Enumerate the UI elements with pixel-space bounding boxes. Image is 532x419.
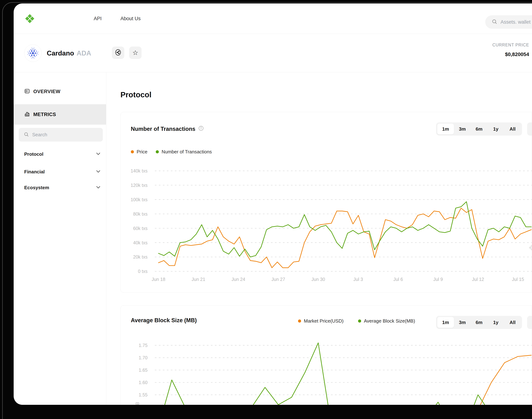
svg-text:100k txs: 100k txs — [131, 197, 148, 202]
page-title: Protocol — [120, 91, 151, 99]
y-axis-title: Block Size(MB) — [135, 402, 140, 405]
svg-text:120k txs: 120k txs — [131, 183, 148, 188]
sidebar-item-overview[interactable]: OVERVIEW — [24, 86, 60, 97]
coin-header: CardanoADA ☆ CURRENT PRI — [14, 34, 532, 72]
range-1m-button[interactable]: 1m — [437, 124, 454, 134]
sidebar: OVERVIEW METRICS — [14, 72, 106, 405]
legend-label: Number of Transactions — [162, 149, 212, 155]
range-6m-button[interactable]: 6m — [471, 124, 487, 134]
coin-name: Cardano — [47, 50, 74, 57]
chart-legend: Price Number of Transactions — [131, 149, 212, 155]
legend-label: Price — [137, 149, 147, 155]
svg-text:Jul 6: Jul 6 — [393, 277, 403, 282]
sidebar-search-input[interactable]: Search — [19, 128, 103, 142]
svg-text:Jul 9: Jul 9 — [433, 277, 443, 282]
svg-text:1.75: 1.75 — [139, 343, 148, 348]
time-range-selector: 1m 3m 6m 1y All — [436, 122, 522, 136]
svg-text:1.60: 1.60 — [139, 380, 148, 385]
legend-dot-green — [358, 319, 361, 323]
sidebar-group-ecosystem[interactable]: Ecosystem — [24, 182, 101, 193]
transactions-chart-card: Number of Transactions 1m 3m 6m — [120, 112, 532, 293]
sidebar-metrics-label: METRICS — [33, 112, 56, 117]
coin-ticker: ADA — [77, 50, 91, 57]
nav-link-api[interactable]: API — [94, 3, 102, 34]
legend-item-transactions[interactable]: Number of Transactions — [156, 149, 212, 155]
main-content: Protocol Number of Transactions — [106, 72, 532, 405]
sidebar-group-label: Financial — [24, 169, 45, 175]
range-extra-button[interactable] — [527, 122, 532, 136]
legend-item-price[interactable]: Price — [131, 149, 147, 155]
sidebar-group-protocol[interactable]: Protocol — [24, 149, 101, 159]
svg-text:1.55: 1.55 — [139, 392, 148, 397]
metrics-icon — [24, 111, 30, 118]
svg-text:0 txs: 0 txs — [138, 269, 148, 274]
svg-text:Jun 21: Jun 21 — [192, 277, 205, 282]
svg-text:Jul 15: Jul 15 — [512, 277, 524, 282]
star-icon: ☆ — [132, 49, 138, 57]
chevron-down-icon — [96, 152, 101, 156]
svg-text:60k txs: 60k txs — [133, 226, 148, 231]
sidebar-overview-label: OVERVIEW — [33, 89, 60, 94]
time-range-selector: 1m 3m 6m 1y All — [436, 316, 522, 329]
block-size-chart-card: Average Block Size (MB) Market Price(USD… — [120, 305, 532, 405]
chart-watermark-icon: ❖ — [528, 243, 532, 252]
share-button[interactable] — [112, 47, 124, 59]
svg-text:Jun 30: Jun 30 — [311, 277, 325, 282]
favorite-button[interactable]: ☆ — [129, 47, 142, 59]
svg-text:Jul 12: Jul 12 — [472, 277, 484, 282]
transactions-line-chart[interactable]: 140k txs120k txs100k txs80k txs60k txs40… — [121, 163, 532, 288]
range-6m-button[interactable]: 6m — [471, 317, 487, 328]
sidebar-group-label: Ecosystem — [24, 185, 49, 190]
sidebar-group-label: Protocol — [24, 151, 43, 157]
sidebar-group-financial[interactable]: Financial — [24, 166, 101, 177]
share-icon — [115, 49, 122, 57]
range-3m-button[interactable]: 3m — [454, 317, 471, 328]
range-1m-button[interactable]: 1m — [437, 317, 454, 328]
coin-title: CardanoADA — [47, 50, 91, 57]
block-size-line-chart[interactable]: 1.751.701.651.601.551.50Block Size(MB) — [121, 327, 532, 405]
search-icon — [24, 132, 29, 138]
current-price-value: $0,820054 — [492, 52, 529, 57]
chart-title: Number of Transactions — [131, 126, 195, 132]
range-1y-button[interactable]: 1y — [487, 317, 504, 328]
info-icon[interactable] — [198, 126, 204, 132]
current-price-block: CURRENT PRICE $0,820054 — [492, 43, 529, 57]
chevron-down-icon — [96, 186, 101, 189]
sidebar-search-placeholder: Search — [32, 132, 47, 138]
range-all-button[interactable]: All — [504, 124, 521, 134]
svg-text:Jul 3: Jul 3 — [353, 277, 363, 282]
legend-label: Average Block Size(MB) — [364, 318, 415, 324]
range-3m-button[interactable]: 3m — [454, 124, 471, 134]
range-all-button[interactable]: All — [504, 317, 521, 328]
chevron-down-icon — [96, 170, 101, 174]
app-window: ❖ API About Us Assets. wallet — [14, 3, 532, 405]
legend-dot-orange — [131, 150, 134, 153]
global-search-input[interactable]: Assets. wallet — [485, 15, 532, 29]
svg-text:80k txs: 80k txs — [133, 211, 148, 217]
legend-dot-green — [156, 150, 159, 153]
sidebar-item-metrics[interactable]: METRICS — [14, 104, 106, 125]
desktop-background: ❖ API About Us Assets. wallet — [0, 0, 532, 419]
svg-text:20k txs: 20k txs — [133, 254, 148, 260]
svg-text:1.70: 1.70 — [139, 355, 148, 360]
range-1y-button[interactable]: 1y — [487, 124, 504, 134]
global-search-placeholder: Assets. wallet — [501, 19, 531, 25]
legend-item-market-price[interactable]: Market Price(USD) — [298, 318, 344, 324]
svg-text:Jun 24: Jun 24 — [232, 277, 245, 282]
legend-label: Market Price(USD) — [304, 318, 344, 324]
legend-item-block-size[interactable]: Average Block Size(MB) — [358, 318, 415, 324]
legend-dot-orange — [298, 319, 301, 323]
cardano-logo-avatar — [24, 44, 42, 62]
range-extra-button[interactable]: 2 — [527, 316, 532, 329]
svg-text:40k txs: 40k txs — [133, 240, 148, 245]
current-price-label: CURRENT PRICE — [492, 43, 529, 48]
svg-text:Jun 18: Jun 18 — [152, 277, 165, 282]
site-logo-icon[interactable]: ❖ — [24, 13, 35, 25]
svg-text:1.65: 1.65 — [139, 367, 148, 373]
overview-icon — [24, 88, 30, 95]
nav-link-about-us[interactable]: About Us — [120, 3, 141, 34]
svg-text:140k txs: 140k txs — [131, 168, 148, 173]
search-icon — [492, 19, 497, 25]
top-navigation-bar: ❖ API About Us Assets. wallet — [14, 3, 532, 34]
svg-text:Jun 27: Jun 27 — [272, 277, 285, 282]
